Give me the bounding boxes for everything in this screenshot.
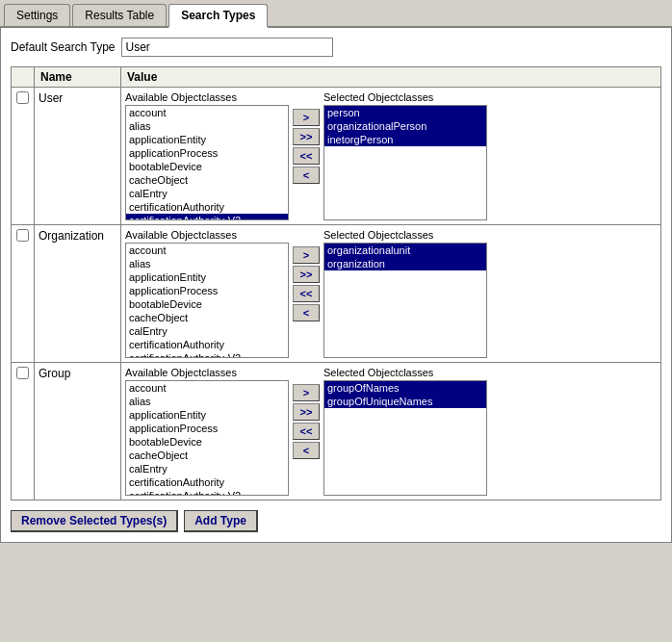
available-label-0: Available Objectclasses <box>125 91 289 103</box>
selected-label-2: Selected Objectclasses <box>323 367 487 378</box>
available-item-1-1[interactable]: alias <box>126 257 288 270</box>
available-item-2-3[interactable]: applicationProcess <box>126 422 288 435</box>
available-list-0[interactable]: accountaliasapplicationEntityapplication… <box>125 105 289 220</box>
selected-label-1: Selected Objectclasses <box>323 229 487 241</box>
row-value-2: Available Objectclassesaccountaliasappli… <box>121 363 661 501</box>
available-item-0-3[interactable]: applicationProcess <box>126 146 288 160</box>
row-name-1: Organization <box>35 225 121 363</box>
add-type-button[interactable]: Add Type <box>184 510 258 532</box>
tab-results-table[interactable]: Results Table <box>72 4 167 26</box>
transfer-btn-0-0[interactable]: > <box>293 109 320 126</box>
transfer-buttons-2: >>><<< <box>293 367 320 459</box>
available-item-1-6[interactable]: calEntry <box>126 324 288 338</box>
available-item-0-4[interactable]: bootableDevice <box>126 160 288 173</box>
available-item-0-2[interactable]: applicationEntity <box>126 133 288 146</box>
selected-list-0[interactable]: personorganizationalPersoninetorgPerson <box>323 105 487 220</box>
available-item-2-4[interactable]: bootableDevice <box>126 435 288 449</box>
available-item-0-5[interactable]: cacheObject <box>126 173 288 187</box>
transfer-buttons-0: >>><<< <box>293 91 320 184</box>
row-value-1: Available Objectclassesaccountaliasappli… <box>121 225 661 363</box>
available-item-1-3[interactable]: applicationProcess <box>126 284 288 297</box>
selected-list-2[interactable]: groupOfNamesgroupOfUniqueNames <box>323 380 487 496</box>
available-list-2[interactable]: accountaliasapplicationEntityapplication… <box>125 380 289 496</box>
transfer-btn-0-2[interactable]: << <box>293 147 320 165</box>
row-name-0: User <box>35 88 121 225</box>
available-item-0-0[interactable]: account <box>126 106 288 119</box>
selected-item-1-0[interactable]: organizationalunit <box>324 244 486 257</box>
transfer-btn-2-3[interactable]: < <box>293 442 320 459</box>
transfer-btn-1-3[interactable]: < <box>293 304 320 321</box>
default-search-label: Default Search Type <box>11 40 116 54</box>
selected-list-1[interactable]: organizationalunitorganization <box>323 243 487 358</box>
available-item-0-7[interactable]: certificationAuthority <box>126 200 288 214</box>
available-item-2-5[interactable]: cacheObject <box>126 449 288 462</box>
selected-item-0-0[interactable]: person <box>324 106 486 119</box>
transfer-btn-0-3[interactable]: < <box>293 167 320 184</box>
transfer-btn-0-1[interactable]: >> <box>293 128 320 145</box>
available-item-2-1[interactable]: alias <box>126 395 288 408</box>
available-item-2-0[interactable]: account <box>126 381 288 395</box>
selected-item-2-1[interactable]: groupOfUniqueNames <box>324 395 486 408</box>
available-item-2-7[interactable]: certificationAuthority <box>126 475 288 489</box>
search-types-table: Name Value UserAvailable Objectclassesac… <box>11 66 661 501</box>
col-header-name: Name <box>35 67 121 88</box>
col-header-value: Value <box>121 67 661 88</box>
available-item-1-0[interactable]: account <box>126 244 288 257</box>
row-checkbox-1[interactable] <box>16 229 29 242</box>
available-item-0-1[interactable]: alias <box>126 119 288 133</box>
transfer-btn-2-2[interactable]: << <box>293 423 320 440</box>
default-search-input[interactable] <box>121 38 333 57</box>
tab-settings[interactable]: Settings <box>4 4 70 26</box>
transfer-buttons-1: >>><<< <box>293 229 320 321</box>
available-item-1-8[interactable]: certificationAuthority-V2 <box>126 351 288 358</box>
row-value-0: Available Objectclassesaccountaliasappli… <box>121 88 661 225</box>
selected-item-2-0[interactable]: groupOfNames <box>324 381 486 395</box>
selected-item-0-2[interactable]: inetorgPerson <box>324 133 486 146</box>
available-item-0-6[interactable]: calEntry <box>126 187 288 200</box>
transfer-btn-1-0[interactable]: > <box>293 246 320 264</box>
available-label-2: Available Objectclasses <box>125 367 289 378</box>
bottom-buttons: Remove Selected Types(s) Add Type <box>11 510 661 532</box>
default-search-row: Default Search Type <box>11 38 661 57</box>
available-item-1-2[interactable]: applicationEntity <box>126 270 288 284</box>
available-item-0-8[interactable]: certificationAuthority-V2 <box>126 214 288 220</box>
row-checkbox-0[interactable] <box>16 91 29 104</box>
selected-item-1-1[interactable]: organization <box>324 257 486 270</box>
tab-search-types[interactable]: Search Types <box>168 4 268 28</box>
selected-item-0-1[interactable]: organizationalPerson <box>324 119 486 133</box>
available-item-1-4[interactable]: bootableDevice <box>126 297 288 311</box>
row-checkbox-2[interactable] <box>16 367 29 379</box>
available-label-1: Available Objectclasses <box>125 229 289 241</box>
available-item-2-2[interactable]: applicationEntity <box>126 408 288 422</box>
available-list-1[interactable]: accountaliasapplicationEntityapplication… <box>125 243 289 358</box>
remove-selected-button[interactable]: Remove Selected Types(s) <box>11 510 178 532</box>
col-header-check <box>12 67 35 88</box>
transfer-btn-2-0[interactable]: > <box>293 384 320 401</box>
available-item-1-5[interactable]: cacheObject <box>126 311 288 324</box>
selected-label-0: Selected Objectclasses <box>323 91 487 103</box>
transfer-btn-1-2[interactable]: << <box>293 285 320 302</box>
main-content: Default Search Type Name Value UserAvail… <box>0 28 672 543</box>
row-name-2: Group <box>35 363 121 501</box>
available-item-2-6[interactable]: calEntry <box>126 462 288 475</box>
transfer-btn-1-1[interactable]: >> <box>293 266 320 283</box>
available-item-1-7[interactable]: certificationAuthority <box>126 338 288 351</box>
tab-bar: Settings Results Table Search Types <box>0 0 672 28</box>
transfer-btn-2-1[interactable]: >> <box>293 403 320 421</box>
available-item-2-8[interactable]: certificationAuthority-V2 <box>126 489 288 496</box>
